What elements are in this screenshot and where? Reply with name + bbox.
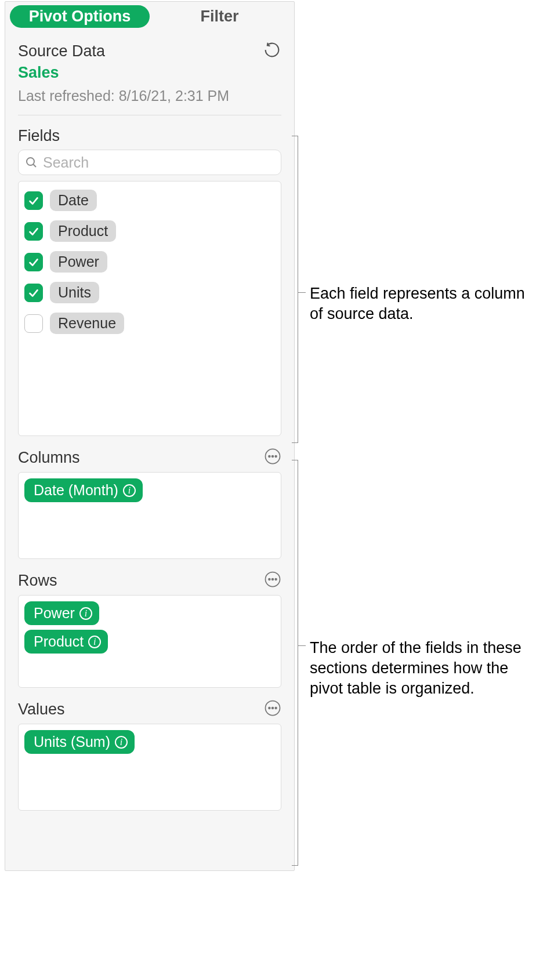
rows-dropzone[interactable]: PoweriProducti xyxy=(18,595,281,688)
pill-label: Product xyxy=(34,633,84,650)
source-table-name[interactable]: Sales xyxy=(5,61,294,82)
field-pill[interactable]: Producti xyxy=(24,630,108,654)
rows-more-icon[interactable] xyxy=(264,571,281,590)
svg-line-1 xyxy=(33,164,36,167)
field-pill[interactable]: Poweri xyxy=(24,601,99,625)
field-row: Revenue xyxy=(24,310,275,336)
field-row: Date xyxy=(24,187,275,213)
svg-point-9 xyxy=(275,579,277,580)
field-tag[interactable]: Units xyxy=(50,282,99,303)
svg-point-12 xyxy=(272,707,274,709)
field-row: Power xyxy=(24,249,275,275)
pill-label: Power xyxy=(34,605,75,622)
field-tag[interactable]: Power xyxy=(50,251,107,273)
info-icon[interactable]: i xyxy=(123,484,136,497)
svg-point-8 xyxy=(272,579,274,580)
rows-label: Rows xyxy=(18,572,57,590)
source-data-label: Source Data xyxy=(18,42,105,60)
tab-filter[interactable]: Filter xyxy=(150,5,289,28)
field-row: Product xyxy=(24,218,275,244)
svg-point-5 xyxy=(275,456,277,458)
fields-list: DateProductPowerUnitsRevenue xyxy=(18,181,281,436)
info-icon[interactable]: i xyxy=(79,607,92,620)
svg-point-13 xyxy=(275,707,277,709)
fields-search[interactable] xyxy=(18,150,281,175)
pill-label: Date (Month) xyxy=(34,482,118,499)
field-checkbox[interactable] xyxy=(24,191,43,210)
tab-pivot-options[interactable]: Pivot Options xyxy=(10,5,150,28)
info-icon[interactable]: i xyxy=(115,736,128,749)
search-icon xyxy=(24,155,38,169)
field-checkbox[interactable] xyxy=(24,222,43,241)
fields-label: Fields xyxy=(5,115,294,150)
field-checkbox[interactable] xyxy=(24,284,43,302)
field-pill[interactable]: Units (Sum)i xyxy=(24,730,135,754)
columns-label: Columns xyxy=(18,449,80,467)
refresh-icon[interactable] xyxy=(263,41,281,61)
field-checkbox[interactable] xyxy=(24,253,43,271)
svg-point-4 xyxy=(272,456,274,458)
field-tag[interactable]: Revenue xyxy=(50,313,124,334)
callout-fields: Each field represents a column of source… xyxy=(310,284,530,324)
values-label: Values xyxy=(18,700,65,718)
pill-label: Units (Sum) xyxy=(34,734,110,750)
bracket-fields xyxy=(298,136,298,443)
svg-point-0 xyxy=(27,158,34,165)
callout-sections: The order of the fields in these section… xyxy=(310,638,533,699)
field-checkbox[interactable] xyxy=(24,314,43,333)
fields-search-input[interactable] xyxy=(43,154,275,171)
field-tag[interactable]: Date xyxy=(50,190,97,211)
info-icon[interactable]: i xyxy=(88,636,101,648)
bracket-sections xyxy=(298,460,298,866)
svg-point-7 xyxy=(269,579,270,580)
tab-bar: Pivot Options Filter xyxy=(5,2,294,30)
svg-point-11 xyxy=(269,707,270,709)
values-more-icon[interactable] xyxy=(264,699,281,719)
field-tag[interactable]: Product xyxy=(50,220,116,242)
pivot-options-panel: Pivot Options Filter Source Data Sales L… xyxy=(5,1,295,871)
columns-more-icon[interactable] xyxy=(264,448,281,467)
svg-point-3 xyxy=(269,456,270,458)
field-row: Units xyxy=(24,280,275,306)
field-pill[interactable]: Date (Month)i xyxy=(24,478,143,502)
columns-dropzone[interactable]: Date (Month)i xyxy=(18,472,281,559)
last-refreshed-text: Last refreshed: 8/16/21, 2:31 PM xyxy=(5,82,294,115)
values-dropzone[interactable]: Units (Sum)i xyxy=(18,724,281,811)
